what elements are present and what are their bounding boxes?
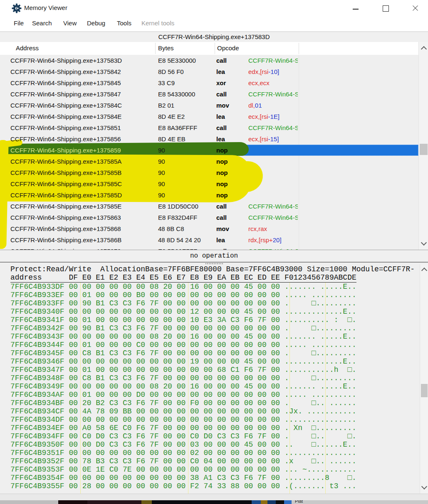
disasm-row[interactable]: CCFF7R-Win64-Shipping.exe+137586B48 8D 5… <box>0 234 418 246</box>
instruction-operands: CCFF7R-Win64-Shipping <box>248 89 298 100</box>
disasm-row[interactable]: CCFF7R-Win64-Shipping.exe+1375863E8 F832… <box>0 212 418 223</box>
disasm-row[interactable]: CCFF7R-Win64-Shipping.exe+137584533 C9xo… <box>0 77 418 89</box>
minimize-button[interactable] <box>349 2 363 14</box>
menu-bar: FileSearchViewDebugToolsKernel tools <box>0 17 428 32</box>
hex-rows: 7FF6C4B933DF 00 00 00 00 00 00 08 20 00 … <box>0 283 420 494</box>
instruction-opcode: nop <box>216 156 228 167</box>
instruction-operands: edx,[rsi-10] <box>248 66 298 77</box>
column-header-opcode[interactable]: Opcode <box>217 44 239 52</box>
instruction-opcode: lea <box>216 133 225 145</box>
menu-item-file[interactable]: File <box>14 20 24 27</box>
hex-row[interactable]: 7FF6C4B934FF 00 C0 D0 C3 C3 F6 7F 00 00 … <box>10 432 356 440</box>
scroll-down-icon[interactable] <box>421 484 427 489</box>
hex-row[interactable]: 7FF6C4B9350F 00 00 D0 C3 C3 F6 7F 00 00 … <box>10 440 356 449</box>
instruction-opcode: call <box>216 89 227 100</box>
instruction-operands: CCFF7R-Win64-Shipping <box>248 55 298 66</box>
hex-row[interactable]: 7FF6C4B9351F 00 00 00 00 00 00 00 00 00 … <box>10 449 356 457</box>
operand-num: -10] <box>268 68 279 75</box>
hex-row[interactable]: 7FF6C4B9354F 00 00 00 00 00 00 00 00 00 … <box>10 474 356 482</box>
hex-row[interactable]: 7FF6C4B9349F 00 00 00 00 00 00 08 20 00 … <box>10 382 356 391</box>
operand-reg: ecx,[rsi <box>248 113 268 120</box>
menu-item-view[interactable]: View <box>63 20 77 27</box>
instruction-description: no operation <box>0 250 428 262</box>
instruction-opcode: nop <box>216 167 228 178</box>
operand-num: 20] <box>273 236 282 243</box>
instruction-operands: rdx,[rsp+20] <box>248 234 298 246</box>
hex-row[interactable]: 7FF6C4B933EF 00 01 00 00 00 B0 00 00 00 … <box>10 291 356 299</box>
hex-row[interactable]: 7FF6C4B933DF 00 00 00 00 00 00 08 20 00 … <box>10 283 356 291</box>
background-window-text: Plat <box>295 500 303 504</box>
hex-row[interactable]: 7FF6C4B9347F 00 01 00 00 00 00 00 00 00 … <box>10 366 356 374</box>
instruction-bytes: 8D 4E EB <box>158 133 186 145</box>
disasm-row[interactable]: CCFF7R-Win64-Shipping.exe+137584E8D 4E E… <box>0 111 418 122</box>
maximize-icon <box>383 5 389 12</box>
hex-row[interactable]: 7FF6C4B9348F 00 C8 B1 C3 C3 F6 7F 00 00 … <box>10 374 356 382</box>
disasm-row[interactable]: CCFF7R-Win64-Shipping.exe+137585EE8 1DD5… <box>0 201 418 212</box>
column-separator[interactable] <box>215 43 215 54</box>
hex-row[interactable]: 7FF6C4B934BF 00 20 B2 C3 C3 F6 7F 00 00 … <box>10 399 356 407</box>
close-button[interactable] <box>408 2 422 14</box>
hex-row[interactable]: 7FF6C4B9353F 00 0E 1E C0 7E 00 00 00 00 … <box>10 465 356 474</box>
instruction-address: CCFF7R-Win64-Shipping.exe+137584E <box>10 111 121 122</box>
instruction-bytes: 90 <box>158 167 165 178</box>
memory-region-info: Protect:Read/Write AllocationBase=7FF6BF… <box>10 265 415 273</box>
hex-row[interactable]: 7FF6C4B9352F 00 78 B3 C3 C3 F6 7F 00 00 … <box>10 457 356 465</box>
column-separator[interactable] <box>299 43 299 54</box>
instruction-bytes: 33 C9 <box>158 77 175 89</box>
instruction-operands: ecx,[rsi-15] <box>248 133 298 145</box>
operand-module: CCFF7R-Win64-Shipping <box>248 91 298 98</box>
disasm-row[interactable]: CCFF7R-Win64-Shipping.exe+137584CB2 01mo… <box>0 100 418 111</box>
hexview-scrollbar-thumb[interactable] <box>421 384 428 397</box>
column-header-bytes[interactable]: Bytes <box>158 44 174 52</box>
disasm-row[interactable]: CCFF7R-Win64-Shipping.exe+13758428D 56 F… <box>0 66 418 77</box>
instruction-opcode: call <box>216 246 227 250</box>
hex-row[interactable]: 7FF6C4B9341F 00 01 00 00 00 00 00 00 00 … <box>10 316 356 324</box>
menu-item-debug[interactable]: Debug <box>87 20 105 27</box>
instruction-bytes: 90 <box>158 178 165 189</box>
scroll-up-icon[interactable] <box>421 46 426 52</box>
instruction-bytes: 90 <box>158 189 165 201</box>
instruction-opcode: mov <box>216 223 229 234</box>
instruction-address: CCFF7R-Win64-Shipping.exe+1375842 <box>10 66 121 77</box>
disassembler-scrollbar-thumb[interactable] <box>420 144 428 155</box>
hex-row[interactable]: 7FF6C4B934CF 00 4A 78 09 BB 00 00 00 00 … <box>10 407 356 415</box>
instruction-operands: dl,01 <box>248 100 298 111</box>
disassembler-scrollbar[interactable] <box>418 42 428 250</box>
scroll-up-icon[interactable] <box>421 268 427 273</box>
minimize-icon <box>353 9 359 10</box>
instruction-opcode: lea <box>216 111 225 122</box>
hex-row[interactable]: 7FF6C4B934DF 00 00 00 00 00 00 00 00 00 … <box>10 415 356 424</box>
maximize-button[interactable] <box>379 2 393 14</box>
hex-row[interactable]: 7FF6C4B9343F 00 00 00 00 00 00 08 20 00 … <box>10 332 356 341</box>
operand-reg: dl, <box>248 102 255 109</box>
disasm-row[interactable]: CCFF7R-Win64-Shipping.exe+1375870E8 5B23… <box>0 246 418 250</box>
disasm-row[interactable]: CCFF7R-Win64-Shipping.exe+137586848 8B C… <box>0 223 418 234</box>
hex-view: Protect:Read/Write AllocationBase=7FF6BF… <box>0 264 420 494</box>
hex-row[interactable]: 7FF6C4B9342F 00 90 B1 C3 C3 F6 7F 00 00 … <box>10 324 356 332</box>
hex-row[interactable]: 7FF6C4B9344F 00 01 00 00 00 C0 00 00 00 … <box>10 341 356 349</box>
menu-item-kernel-tools: Kernel tools <box>141 20 174 27</box>
hex-row[interactable]: 7FF6C4B9355F 00 28 00 00 00 00 00 00 00 … <box>10 482 356 490</box>
hexview-scrollbar[interactable] <box>420 264 428 494</box>
hex-row[interactable]: 7FF6C4B934EF 00 A0 58 6E C0 F6 7F 00 00 … <box>10 424 356 432</box>
instruction-address: CCFF7R-Win64-Shipping.exe+137585A <box>10 156 121 167</box>
disasm-row[interactable]: CCFF7R-Win64-Shipping.exe+137583DE8 5E33… <box>0 55 418 66</box>
disassembler-column-header: Address Bytes Opcode <box>0 42 418 55</box>
operand-module: CCFF7R-Win64-Shipping <box>248 248 298 250</box>
operand-reg: ecx,ecx <box>248 79 270 86</box>
instruction-address: CCFF7R-Win64-Shipping.exe+137585D <box>10 189 122 201</box>
hex-row[interactable]: 7FF6C4B9346F 00 00 00 00 00 00 00 00 00 … <box>10 357 356 366</box>
hex-row[interactable]: 7FF6C4B9340F 00 00 00 00 00 00 00 00 00 … <box>10 307 356 316</box>
column-header-address[interactable]: Address <box>16 44 39 52</box>
instruction-opcode: nop <box>216 145 228 156</box>
menu-item-tools[interactable]: Tools <box>117 20 131 27</box>
menu-item-search[interactable]: Search <box>32 20 52 27</box>
instruction-bytes: 48 8D 54 24 20 <box>158 234 201 246</box>
disasm-row[interactable]: CCFF7R-Win64-Shipping.exe+1375851E8 8A36… <box>0 122 418 133</box>
column-separator[interactable] <box>155 43 156 54</box>
disasm-row[interactable]: CCFF7R-Win64-Shipping.exe+1375847E8 5433… <box>0 89 418 100</box>
scroll-down-icon[interactable] <box>421 240 426 246</box>
hex-row[interactable]: 7FF6C4B9345F 00 C8 B1 C3 C3 F6 7F 00 00 … <box>10 349 356 357</box>
hex-row[interactable]: 7FF6C4B933FF 00 90 B1 C3 C3 F6 7F 00 00 … <box>10 299 356 307</box>
hex-row[interactable]: 7FF6C4B934AF 00 01 00 00 00 D0 00 00 00 … <box>10 391 356 399</box>
